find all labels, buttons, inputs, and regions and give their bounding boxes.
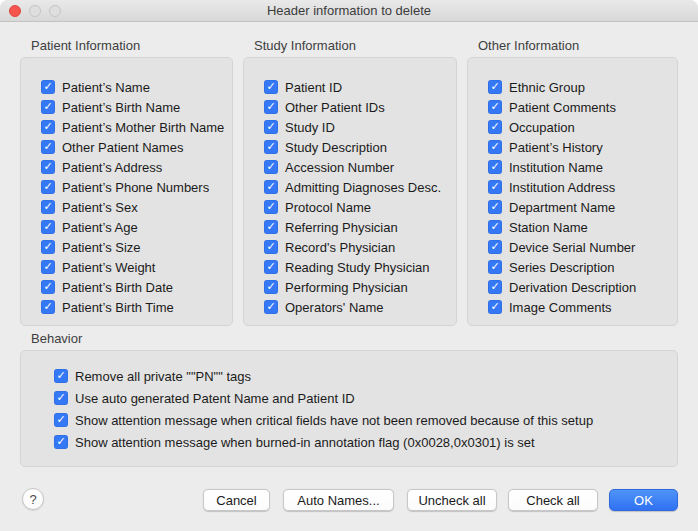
checkbox-row[interactable]: ✓Patient’s Weight bbox=[41, 257, 232, 277]
checkbox-checked-icon[interactable]: ✓ bbox=[264, 220, 278, 234]
checkbox-row[interactable]: ✓Show attention message when burned-in a… bbox=[54, 431, 677, 453]
checkbox-label: Patient ID bbox=[285, 80, 342, 95]
checkbox-row[interactable]: ✓Reading Study Physician bbox=[264, 257, 456, 277]
checkbox-checked-icon[interactable]: ✓ bbox=[264, 100, 278, 114]
checkbox-checked-icon[interactable]: ✓ bbox=[488, 160, 502, 174]
checkbox-checked-icon[interactable]: ✓ bbox=[488, 280, 502, 294]
checkbox-row[interactable]: ✓Occupation bbox=[488, 117, 677, 137]
group-behavior: Behavior ✓Remove all private ""PN"" tags… bbox=[20, 350, 678, 467]
group-box-behavior: ✓Remove all private ""PN"" tags✓Use auto… bbox=[20, 350, 678, 467]
checkbox-row[interactable]: ✓Record's Physician bbox=[264, 237, 456, 257]
uncheck-all-button[interactable]: Uncheck all bbox=[407, 489, 497, 511]
checkbox-checked-icon[interactable]: ✓ bbox=[54, 369, 68, 383]
checkbox-checked-icon[interactable]: ✓ bbox=[54, 413, 68, 427]
checkbox-checked-icon[interactable]: ✓ bbox=[41, 300, 55, 314]
checkbox-checked-icon[interactable]: ✓ bbox=[488, 220, 502, 234]
checkbox-row[interactable]: ✓Patient ID bbox=[264, 77, 456, 97]
checkbox-checked-icon[interactable]: ✓ bbox=[41, 200, 55, 214]
check-all-button[interactable]: Check all bbox=[508, 489, 598, 511]
checkbox-row[interactable]: ✓Study ID bbox=[264, 117, 456, 137]
checkbox-checked-icon[interactable]: ✓ bbox=[488, 300, 502, 314]
checkbox-row[interactable]: ✓Patient’s Mother Birth Name bbox=[41, 117, 232, 137]
cancel-button[interactable]: Cancel bbox=[203, 489, 270, 511]
checkbox-checked-icon[interactable]: ✓ bbox=[488, 240, 502, 254]
checkbox-row[interactable]: ✓Patient’s Age bbox=[41, 217, 232, 237]
checkbox-row[interactable]: ✓Patient’s Size bbox=[41, 237, 232, 257]
checkbox-row[interactable]: ✓Patient’s Birth Time bbox=[41, 297, 232, 317]
checkbox-checked-icon[interactable]: ✓ bbox=[488, 260, 502, 274]
checkbox-row[interactable]: ✓Patient’s Sex bbox=[41, 197, 232, 217]
checkbox-label: Occupation bbox=[509, 120, 575, 135]
checkbox-row[interactable]: ✓Patient’s Name bbox=[41, 77, 232, 97]
checkbox-label: Patient’s Birth Name bbox=[62, 100, 180, 115]
checkbox-row[interactable]: ✓Patient’s Birth Date bbox=[41, 277, 232, 297]
checkbox-checked-icon[interactable]: ✓ bbox=[488, 120, 502, 134]
checkbox-row[interactable]: ✓Remove all private ""PN"" tags bbox=[54, 365, 677, 387]
checkbox-checked-icon[interactable]: ✓ bbox=[488, 100, 502, 114]
checkbox-row[interactable]: ✓Performing Physician bbox=[264, 277, 456, 297]
checkbox-row[interactable]: ✓Patient’s History bbox=[488, 137, 677, 157]
checkbox-row[interactable]: ✓Study Description bbox=[264, 137, 456, 157]
titlebar: Header information to delete bbox=[0, 0, 698, 22]
checkbox-label: Derivation Description bbox=[509, 280, 636, 295]
checkbox-label: Ethnic Group bbox=[509, 80, 585, 95]
help-button[interactable]: ? bbox=[22, 488, 44, 510]
checkbox-checked-icon[interactable]: ✓ bbox=[41, 100, 55, 114]
checkbox-row[interactable]: ✓Institution Address bbox=[488, 177, 677, 197]
checkbox-row[interactable]: ✓Institution Name bbox=[488, 157, 677, 177]
checkbox-checked-icon[interactable]: ✓ bbox=[54, 391, 68, 405]
checkbox-row[interactable]: ✓Image Comments bbox=[488, 297, 677, 317]
checkbox-checked-icon[interactable]: ✓ bbox=[264, 240, 278, 254]
checkbox-row[interactable]: ✓Accession Number bbox=[264, 157, 456, 177]
checkbox-row[interactable]: ✓Show attention message when critical fi… bbox=[54, 409, 677, 431]
checkbox-row[interactable]: ✓Patient Comments bbox=[488, 97, 677, 117]
checkbox-row[interactable]: ✓Operators' Name bbox=[264, 297, 456, 317]
checkbox-label: Show attention message when burned-in an… bbox=[75, 435, 535, 450]
checkbox-checked-icon[interactable]: ✓ bbox=[54, 435, 68, 449]
checkbox-row[interactable]: ✓Department Name bbox=[488, 197, 677, 217]
checkbox-row[interactable]: ✓Other Patient IDs bbox=[264, 97, 456, 117]
auto-names-button[interactable]: Auto Names... bbox=[283, 489, 394, 511]
checkbox-row[interactable]: ✓Ethnic Group bbox=[488, 77, 677, 97]
checkbox-checked-icon[interactable]: ✓ bbox=[488, 140, 502, 154]
checkbox-checked-icon[interactable]: ✓ bbox=[264, 80, 278, 94]
checkbox-checked-icon[interactable]: ✓ bbox=[41, 140, 55, 154]
checkbox-checked-icon[interactable]: ✓ bbox=[41, 80, 55, 94]
checkbox-checked-icon[interactable]: ✓ bbox=[264, 180, 278, 194]
checkbox-row[interactable]: ✓Use auto generated Patent Name and Pati… bbox=[54, 387, 677, 409]
checkbox-checked-icon[interactable]: ✓ bbox=[41, 220, 55, 234]
checkbox-label: Study ID bbox=[285, 120, 335, 135]
checkbox-checked-icon[interactable]: ✓ bbox=[264, 200, 278, 214]
ok-button[interactable]: OK bbox=[609, 489, 678, 511]
checkbox-checked-icon[interactable]: ✓ bbox=[264, 280, 278, 294]
checkbox-row[interactable]: ✓Other Patient Names bbox=[41, 137, 232, 157]
checkbox-row[interactable]: ✓Patient’s Birth Name bbox=[41, 97, 232, 117]
checkbox-checked-icon[interactable]: ✓ bbox=[41, 260, 55, 274]
checkbox-checked-icon[interactable]: ✓ bbox=[488, 200, 502, 214]
checkbox-row[interactable]: ✓Device Serial Number bbox=[488, 237, 677, 257]
checkbox-row[interactable]: ✓Series Description bbox=[488, 257, 677, 277]
checkbox-checked-icon[interactable]: ✓ bbox=[41, 280, 55, 294]
checkbox-label: Patient’s Size bbox=[62, 240, 141, 255]
checkbox-checked-icon[interactable]: ✓ bbox=[488, 180, 502, 194]
checkbox-checked-icon[interactable]: ✓ bbox=[488, 80, 502, 94]
checkbox-checked-icon[interactable]: ✓ bbox=[264, 160, 278, 174]
checkbox-row[interactable]: ✓Protocol Name bbox=[264, 197, 456, 217]
checkbox-checked-icon[interactable]: ✓ bbox=[264, 140, 278, 154]
checkbox-row[interactable]: ✓Referring Physician bbox=[264, 217, 456, 237]
checkbox-checked-icon[interactable]: ✓ bbox=[41, 180, 55, 194]
checkbox-row[interactable]: ✓Patient’s Address bbox=[41, 157, 232, 177]
checkbox-row[interactable]: ✓Patient’s Phone Numbers bbox=[41, 177, 232, 197]
checkbox-checked-icon[interactable]: ✓ bbox=[264, 260, 278, 274]
checkbox-checked-icon[interactable]: ✓ bbox=[41, 120, 55, 134]
checkbox-checked-icon[interactable]: ✓ bbox=[41, 240, 55, 254]
checkbox-row[interactable]: ✓Station Name bbox=[488, 217, 677, 237]
checkbox-label: Department Name bbox=[509, 200, 615, 215]
checkbox-label: Patient’s Birth Date bbox=[62, 280, 173, 295]
checkbox-checked-icon[interactable]: ✓ bbox=[264, 120, 278, 134]
checkbox-row[interactable]: ✓Derivation Description bbox=[488, 277, 677, 297]
checkbox-label: Patient’s Sex bbox=[62, 200, 138, 215]
checkbox-checked-icon[interactable]: ✓ bbox=[264, 300, 278, 314]
checkbox-row[interactable]: ✓Admitting Diagnoses Desc. bbox=[264, 177, 456, 197]
checkbox-checked-icon[interactable]: ✓ bbox=[41, 160, 55, 174]
